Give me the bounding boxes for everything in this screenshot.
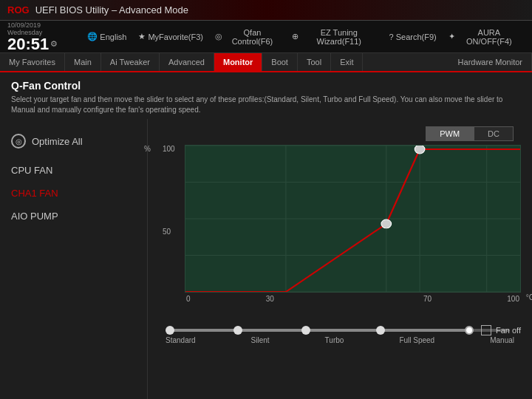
nav-main[interactable]: Main — [65, 53, 101, 71]
my-favorite-btn[interactable]: ★ MyFavorite(F3) — [134, 30, 207, 43]
svg-point-10 — [381, 219, 392, 228]
date-display: 10/09/2019 Wednesday — [7, 21, 72, 36]
nav-boot[interactable]: Boot — [262, 53, 298, 71]
slider-dot-turbo[interactable] — [301, 326, 310, 335]
optimize-all-label: Optimize All — [32, 136, 83, 147]
sidebar: ◎ Optimize All CPU FAN CHA1 FAN AIO PUMP — [0, 119, 148, 399]
slider-dot-fullspeed[interactable] — [376, 326, 385, 335]
chart-wrapper: % 100 50 — [159, 145, 521, 318]
slider-track[interactable] — [170, 329, 510, 332]
rog-logo: ROG — [7, 4, 30, 16]
language-icon: 🌐 — [87, 32, 98, 41]
main-content: ◎ Optimize All CPU FAN CHA1 FAN AIO PUMP… — [0, 119, 532, 399]
label-fullspeed: Full Speed — [399, 336, 434, 344]
fan-chart — [185, 145, 521, 293]
slider-dot-silent[interactable] — [233, 326, 242, 335]
search-icon: ? — [389, 33, 394, 41]
optimize-icon: ◎ — [11, 134, 26, 149]
chart-area: PWM DC % 100 50 — [148, 119, 532, 399]
nav-my-favorites[interactable]: My Favorites — [0, 53, 65, 71]
pwm-btn[interactable]: PWM — [426, 126, 474, 141]
page-description: Select your target fan and then move the… — [11, 95, 521, 115]
nav-advanced[interactable]: Advanced — [160, 53, 214, 71]
title-bar: ROG UEFI BIOS Utility – Advanced Mode — [0, 0, 532, 21]
speed-slider-section: Fan off Standard Silent Turbo Full Speed… — [159, 329, 521, 344]
label-standard: Standard — [166, 336, 196, 344]
page-header: Q-Fan Control Select your target fan and… — [0, 72, 532, 119]
x-label-0: 0 — [186, 295, 191, 303]
nav-hardware-monitor[interactable]: Hardware Monitor — [449, 53, 532, 71]
fan-off-label: Fan off — [496, 326, 521, 335]
y-axis-percent: % — [144, 145, 151, 153]
datetime: 10/09/2019 Wednesday 20:51 ⚙ — [7, 21, 72, 52]
ez-tuning-btn[interactable]: ⊕ EZ Tuning Wizard(F11) — [288, 27, 381, 47]
favorite-icon: ★ — [138, 32, 146, 41]
nav-ai-tweaker[interactable]: Ai Tweaker — [101, 53, 160, 71]
slider-dot-standard[interactable] — [166, 326, 174, 335]
qfan-btn[interactable]: ◎ Qfan Control(F6) — [211, 27, 284, 47]
language-btn[interactable]: 🌐 English — [83, 30, 130, 43]
dc-btn[interactable]: DC — [474, 126, 514, 141]
title-text: UEFI BIOS Utility – Advanced Mode — [35, 4, 188, 16]
fan-off-section: Fan off — [481, 325, 521, 335]
nav-bar: My Favorites Main Ai Tweaker Advanced Mo… — [0, 53, 532, 72]
search-btn[interactable]: ? Search(F9) — [386, 31, 440, 43]
time-display: 20:51 — [7, 36, 49, 52]
nav-exit[interactable]: Exit — [331, 53, 363, 71]
x-axis-labels: 0 30 70 100 — [185, 295, 521, 303]
fan-item-cha1[interactable]: CHA1 FAN — [11, 186, 136, 200]
page-title: Q-Fan Control — [11, 80, 521, 92]
label-manual: Manual — [490, 336, 514, 344]
pwm-dc-toggle: PWM DC — [426, 126, 514, 141]
x-label-70: 70 — [423, 295, 432, 303]
fan-item-cpu[interactable]: CPU FAN — [11, 163, 136, 177]
x-axis-celsius: °C — [526, 293, 532, 301]
fan-off-checkbox[interactable] — [481, 325, 491, 335]
aura-icon: ✦ — [449, 32, 455, 41]
fan-item-aio[interactable]: AIO PUMP — [11, 209, 136, 223]
aura-btn[interactable]: ✦ AURA ON/OFF(F4) — [445, 27, 525, 47]
slider-dot-manual[interactable] — [465, 326, 474, 335]
tuning-icon: ⊕ — [292, 32, 299, 41]
slider-track-filled — [170, 329, 469, 332]
settings-icon[interactable]: ⚙ — [50, 39, 58, 49]
nav-monitor[interactable]: Monitor — [214, 53, 262, 71]
fan-icon: ◎ — [215, 32, 222, 41]
optimize-all-btn[interactable]: ◎ Optimize All — [11, 134, 136, 149]
x-label-30: 30 — [266, 295, 274, 303]
label-silent: Silent — [251, 336, 270, 344]
svg-point-11 — [415, 146, 425, 154]
nav-tool[interactable]: Tool — [298, 53, 331, 71]
info-bar: 10/09/2019 Wednesday 20:51 ⚙ 🌐 English ★… — [0, 21, 532, 53]
fan-list: CPU FAN CHA1 FAN AIO PUMP — [11, 163, 136, 223]
label-turbo: Turbo — [325, 336, 344, 344]
x-label-100: 100 — [507, 295, 519, 303]
slider-labels: Standard Silent Turbo Full Speed Manual — [166, 336, 514, 344]
